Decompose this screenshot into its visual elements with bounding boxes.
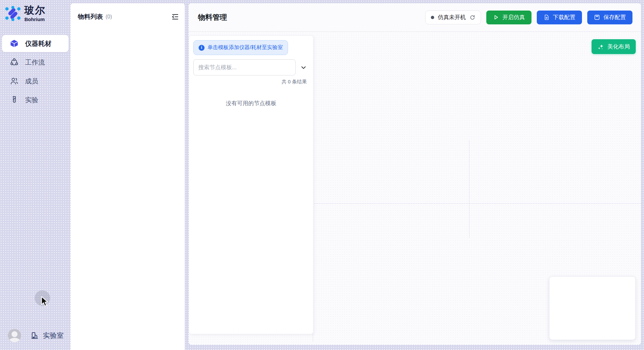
beautify-layout-button[interactable]: 美化布局 (592, 39, 636, 54)
sidebar-nav: 仪器耗材 工作流 成员 (2, 35, 69, 108)
sidebar-item-instruments[interactable]: 仪器耗材 (2, 35, 69, 52)
file-download-icon (543, 14, 550, 20)
members-icon (10, 77, 18, 85)
bohrium-logo-icon (5, 5, 21, 22)
sidebar-item-laboratory[interactable]: 实验室 (30, 331, 64, 340)
building-icon (30, 331, 39, 340)
download-config-label: 下载配置 (553, 14, 575, 21)
refresh-icon[interactable] (469, 15, 475, 20)
main-header: 物料管理 仿真未开机 开启仿真 下载 (189, 3, 641, 32)
experiment-icon (10, 96, 18, 104)
app-root: { "brand": { "name_zh": "玻尔", "name_en":… (0, 0, 644, 350)
sidebar-item-label: 实验 (25, 96, 38, 104)
material-list-header: 物料列表 (0) (78, 13, 179, 21)
sidebar-item-members[interactable]: 成员 (2, 73, 69, 90)
node-template-panel: i 单击模板添加仪器/耗材至实验室 共 0 条结果 没有可用的节点模板 (189, 35, 313, 334)
start-simulation-label: 开启仿真 (502, 14, 525, 21)
sparkles-icon (597, 44, 604, 50)
workflow-icon (10, 58, 18, 67)
brand-logo[interactable]: 玻尔 Bohrium (2, 5, 69, 22)
expand-templates-button[interactable] (298, 62, 309, 73)
results-count: 共 0 条结果 (193, 79, 309, 85)
simulation-status-pill: 仿真未开机 (425, 11, 481, 24)
download-config-button[interactable]: 下载配置 (537, 11, 582, 24)
header-actions: 仿真未开机 开启仿真 下载配置 (425, 11, 632, 24)
brand-name-zh: 玻尔 (24, 5, 46, 15)
click-ripple (35, 290, 50, 306)
sidebar-item-workflow[interactable]: 工作流 (2, 54, 69, 71)
chevron-down-icon (300, 64, 307, 71)
sidebar-item-label: 仪器耗材 (25, 39, 51, 48)
guide-line-vertical (469, 140, 469, 238)
info-icon: i (199, 45, 205, 51)
brand-name-en: Bohrium (24, 17, 46, 22)
sidebar-item-experiments[interactable]: 实验 (2, 91, 69, 108)
laboratory-label: 实验室 (43, 331, 64, 340)
beautify-layout-label: 美化布局 (607, 43, 630, 50)
page-title: 物料管理 (198, 13, 227, 22)
start-simulation-button[interactable]: 开启仿真 (486, 11, 531, 24)
layout-canvas[interactable]: i 单击模板添加仪器/耗材至实验室 共 0 条结果 没有可用的节点模板 (189, 32, 641, 345)
empty-templates-message: 没有可用的节点模板 (193, 100, 309, 107)
material-list-count: (0) (106, 14, 112, 20)
play-icon (493, 14, 499, 20)
brand-name: 玻尔 Bohrium (24, 5, 46, 22)
collapse-panel-icon[interactable] (171, 13, 179, 21)
sidebar-footer: 实验室 (0, 329, 71, 342)
cube-icon (10, 39, 18, 48)
save-config-label: 保存配置 (603, 14, 626, 21)
template-hint-banner: i 单击模板添加仪器/耗材至实验室 (193, 40, 288, 55)
template-search-input[interactable] (193, 59, 296, 75)
sidebar-item-label: 工作流 (25, 58, 45, 67)
template-search-row (193, 59, 309, 75)
simulation-status-label: 仿真未开机 (438, 14, 466, 21)
material-list-panel: 物料列表 (0) (71, 3, 185, 350)
template-hint-text: 单击模板添加仪器/耗材至实验室 (208, 44, 283, 51)
save-icon (594, 14, 600, 20)
main-panel: 物料管理 仿真未开机 开启仿真 下载 (189, 3, 641, 345)
avatar[interactable] (8, 329, 21, 342)
sidebar-item-label: 成员 (25, 77, 38, 86)
status-dot-icon (431, 16, 434, 19)
material-list-title: 物料列表 (78, 13, 103, 21)
save-config-button[interactable]: 保存配置 (587, 11, 632, 24)
minimap-panel[interactable] (549, 276, 636, 340)
